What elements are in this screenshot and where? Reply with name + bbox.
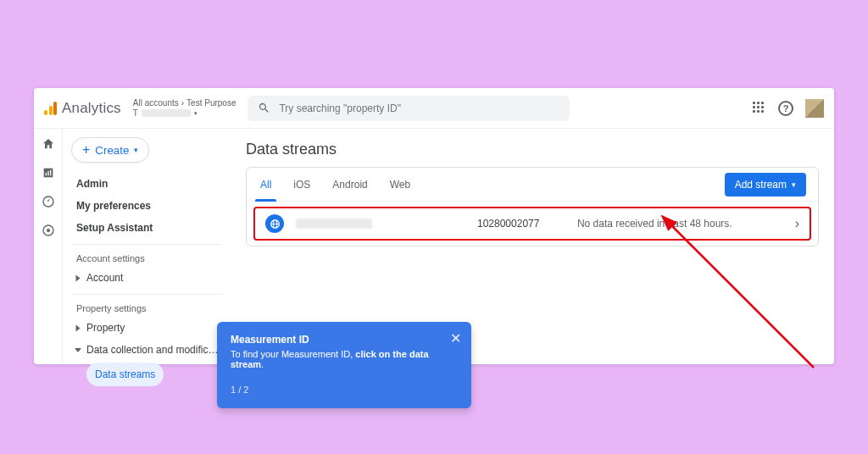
reports-icon[interactable] [42, 166, 55, 180]
svg-point-5 [47, 229, 50, 232]
stream-id: 10280002077 [477, 218, 539, 230]
plus-icon: + [82, 143, 90, 157]
web-stream-icon [265, 214, 284, 233]
app-window: Analytics All accounts › Test Purpose T▾… [34, 88, 834, 364]
product-name: Analytics [62, 100, 121, 117]
home-icon[interactable] [42, 137, 55, 151]
stream-row[interactable]: 10280002077 No data received in past 48 … [253, 207, 811, 241]
tab-ios[interactable]: iOS [292, 168, 312, 201]
chevron-right-icon: › [795, 216, 799, 231]
tooltip-body: To find your Measurement ID, click on th… [231, 349, 458, 369]
breadcrumb-account-name: Test Purpose [186, 98, 236, 108]
explore-icon[interactable] [42, 195, 55, 208]
analytics-logo-icon [44, 102, 57, 115]
sidebar-item-account[interactable]: Account [71, 267, 222, 289]
chevron-down-icon: ▾ [792, 180, 796, 189]
sidebar-section-account: Account settings [71, 244, 222, 267]
ads-icon[interactable] [42, 224, 55, 237]
sidebar-item-setup-assistant[interactable]: Setup Assistant [71, 217, 222, 239]
avatar[interactable] [805, 99, 824, 118]
apps-icon[interactable] [753, 102, 766, 115]
create-button[interactable]: + Create ▾ [71, 137, 149, 163]
tooltip-title: Measurement ID [231, 334, 458, 346]
search-box[interactable] [248, 96, 570, 121]
stream-status: No data received in past 48 hours. [577, 218, 732, 230]
svg-rect-0 [45, 173, 46, 175]
tab-web[interactable]: Web [388, 168, 412, 201]
sidebar-item-data-collection[interactable]: Data collection and modifica… [71, 339, 222, 361]
svg-rect-1 [47, 171, 48, 175]
sidebar-item-property[interactable]: Property [71, 317, 222, 339]
tab-android[interactable]: Android [331, 168, 369, 201]
tab-all[interactable]: All [259, 168, 273, 201]
sidebar-item-data-streams[interactable]: Data streams [86, 363, 164, 386]
caret-right-icon [76, 274, 81, 281]
sidebar-section-property: Property settings [71, 294, 222, 317]
sidebar: + Create ▾ Admin My preferences Setup As… [63, 129, 231, 364]
search-icon [258, 102, 270, 114]
chevron-down-icon: ▾ [134, 146, 138, 154]
close-icon[interactable]: ✕ [450, 330, 461, 346]
nav-rail [34, 129, 63, 364]
page-title: Data streams [246, 141, 819, 158]
svg-rect-2 [50, 170, 51, 176]
caret-down-icon [75, 348, 81, 352]
sidebar-item-admin[interactable]: Admin [71, 173, 222, 195]
help-icon[interactable]: ? [778, 101, 793, 116]
caret-right-icon [76, 324, 81, 331]
stream-name-redacted [296, 219, 372, 229]
search-input[interactable] [279, 102, 559, 114]
breadcrumb-accounts: All accounts [133, 98, 179, 108]
tooltip-step: 1 / 2 [231, 385, 458, 395]
streams-card: All iOS Android Web Add stream ▾ 1028000… [246, 167, 819, 246]
stream-tabs: All iOS Android Web Add stream ▾ [247, 168, 818, 202]
onboarding-tooltip: ✕ Measurement ID To find your Measuremen… [217, 322, 471, 408]
product-logo[interactable]: Analytics [44, 100, 121, 117]
header: Analytics All accounts › Test Purpose T▾… [34, 88, 834, 129]
add-stream-button[interactable]: Add stream ▾ [725, 173, 806, 197]
sidebar-item-my-preferences[interactable]: My preferences [71, 195, 222, 217]
account-picker[interactable]: All accounts › Test Purpose T▾ [133, 98, 236, 119]
